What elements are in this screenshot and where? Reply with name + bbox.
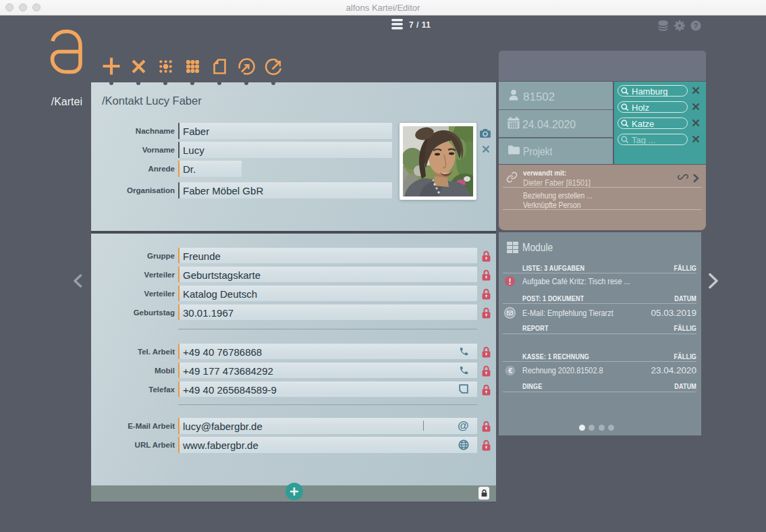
svg-text:?: ? — [693, 22, 698, 30]
svg-text:€: € — [508, 367, 512, 375]
